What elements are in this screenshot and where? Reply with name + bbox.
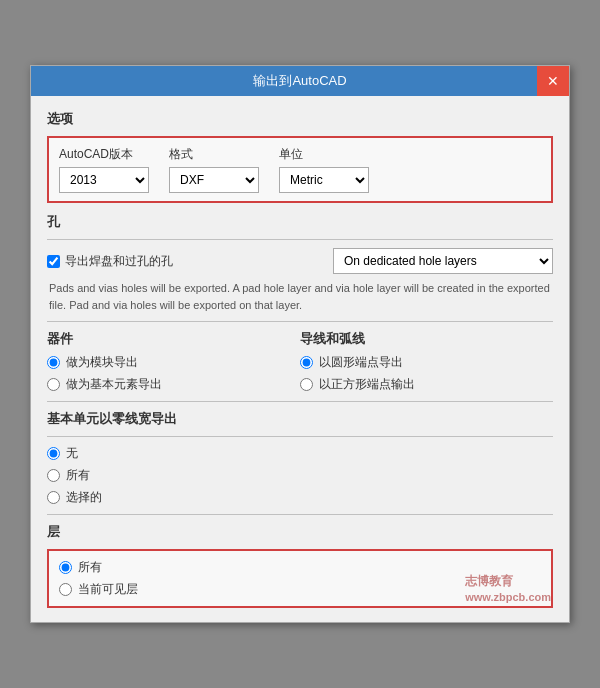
- curves-radio-group: 以圆形端点导出 以正方形端点输出: [300, 354, 553, 393]
- components-radio2-text: 做为基本元素导出: [66, 376, 162, 393]
- autocad-version-field: AutoCAD版本 2013 2010 2007 2004 2000 R14: [59, 146, 149, 193]
- format-select[interactable]: DXF DWG: [169, 167, 259, 193]
- layers-radio-group: 所有 当前可见层: [59, 559, 541, 598]
- layers-radio2[interactable]: [59, 583, 72, 596]
- unit-field: 单位 Metric Imperial: [279, 146, 369, 193]
- curves-radio1-label[interactable]: 以圆形端点导出: [300, 354, 553, 371]
- close-icon: ✕: [547, 73, 559, 89]
- options-section-header: 选项: [47, 110, 553, 128]
- zero-width-section: 基本单元以零线宽导出 无 所有 选择的: [47, 410, 553, 506]
- hole-description: Pads and vias holes will be exported. A …: [47, 280, 553, 313]
- layers-radio1[interactable]: [59, 561, 72, 574]
- curves-radio2[interactable]: [300, 378, 313, 391]
- components-divider: [47, 321, 553, 322]
- curves-title: 导线和弧线: [300, 330, 553, 348]
- layers-radio2-text: 当前可见层: [78, 581, 138, 598]
- close-button[interactable]: ✕: [537, 66, 569, 96]
- components-radio1-label[interactable]: 做为模块导出: [47, 354, 300, 371]
- unit-label: 单位: [279, 146, 369, 163]
- components-radio2-label[interactable]: 做为基本元素导出: [47, 376, 300, 393]
- zero-width-radio-group: 无 所有 选择的: [47, 445, 553, 506]
- zero-width-radio3[interactable]: [47, 491, 60, 504]
- components-col: 器件 做为模块导出 做为基本元素导出: [47, 330, 300, 393]
- components-radio-group: 做为模块导出 做为基本元素导出: [47, 354, 300, 393]
- zero-width-radio1[interactable]: [47, 447, 60, 460]
- zero-divider: [47, 401, 553, 402]
- autocad-version-select[interactable]: 2013 2010 2007 2004 2000 R14: [59, 167, 149, 193]
- components-radio1[interactable]: [47, 356, 60, 369]
- components-radio2[interactable]: [47, 378, 60, 391]
- components-radio1-text: 做为模块导出: [66, 354, 138, 371]
- export-holes-text: 导出焊盘和过孔的孔: [65, 253, 173, 270]
- zero-width-divider: [47, 436, 553, 437]
- curves-radio1[interactable]: [300, 356, 313, 369]
- hole-layer-dropdown-container: On dedicated hole layers On copper layer…: [333, 248, 553, 274]
- layers-section-header: 层: [47, 523, 553, 541]
- curves-col: 导线和弧线 以圆形端点导出 以正方形端点输出: [300, 330, 553, 393]
- layers-box: 所有 当前可见层: [47, 549, 553, 608]
- zero-width-radio3-text: 选择的: [66, 489, 102, 506]
- zero-width-radio2[interactable]: [47, 469, 60, 482]
- layers-radio1-label[interactable]: 所有: [59, 559, 541, 576]
- curves-radio1-text: 以圆形端点导出: [319, 354, 403, 371]
- components-title: 器件: [47, 330, 300, 348]
- options-box: AutoCAD版本 2013 2010 2007 2004 2000 R14 格…: [47, 136, 553, 203]
- layers-radio1-text: 所有: [78, 559, 102, 576]
- curves-radio2-text: 以正方形端点输出: [319, 376, 415, 393]
- zero-width-radio2-label[interactable]: 所有: [47, 467, 553, 484]
- curves-radio2-label[interactable]: 以正方形端点输出: [300, 376, 553, 393]
- layers-radio2-label[interactable]: 当前可见层: [59, 581, 541, 598]
- hole-section: 导出焊盘和过孔的孔 On dedicated hole layers On co…: [47, 248, 553, 313]
- hole-divider: [47, 239, 553, 240]
- zero-width-header: 基本单元以零线宽导出: [47, 410, 553, 428]
- autocad-version-label: AutoCAD版本: [59, 146, 149, 163]
- zero-width-radio2-text: 所有: [66, 467, 90, 484]
- format-label: 格式: [169, 146, 259, 163]
- dialog-title: 输出到AutoCAD: [253, 72, 346, 90]
- export-holes-label[interactable]: 导出焊盘和过孔的孔: [47, 253, 173, 270]
- zero-width-radio1-text: 无: [66, 445, 78, 462]
- hole-section-header: 孔: [47, 213, 553, 231]
- title-bar: 输出到AutoCAD ✕: [31, 66, 569, 96]
- hole-layer-select[interactable]: On dedicated hole layers On copper layer…: [333, 248, 553, 274]
- export-holes-checkbox[interactable]: [47, 255, 60, 268]
- two-col-section: 器件 做为模块导出 做为基本元素导出 导线和弧线: [47, 330, 553, 393]
- layers-pre-divider: [47, 514, 553, 515]
- zero-width-radio1-label[interactable]: 无: [47, 445, 553, 462]
- unit-select[interactable]: Metric Imperial: [279, 167, 369, 193]
- zero-width-radio3-label[interactable]: 选择的: [47, 489, 553, 506]
- format-field: 格式 DXF DWG: [169, 146, 259, 193]
